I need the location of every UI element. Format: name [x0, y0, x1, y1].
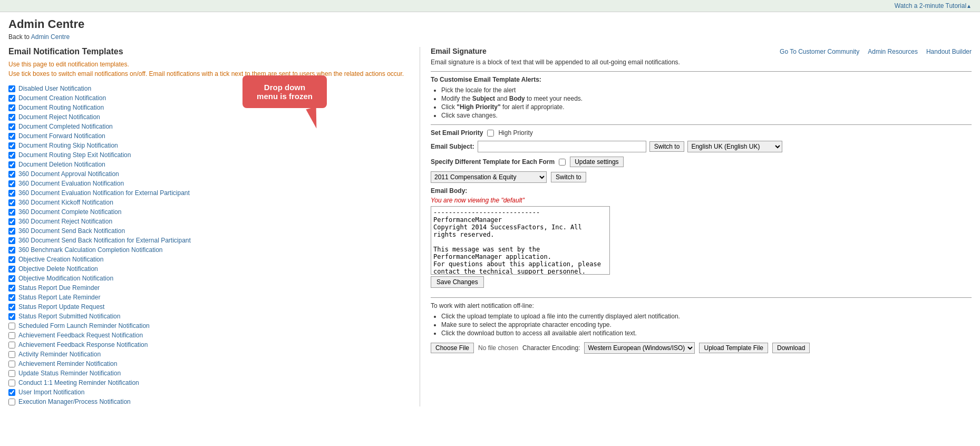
notification-link-18[interactable]: Objective Creation Notification [18, 256, 103, 263]
customer-community-link[interactable]: Go To Customer Community [780, 48, 859, 55]
notification-link-24[interactable]: Status Report Submitted Notification [18, 313, 120, 320]
notification-checkbox-0[interactable] [8, 85, 15, 92]
notification-item-16: 360 Document Send Back Notification for … [8, 236, 420, 245]
notification-link-19[interactable]: Objective Delete Notification [18, 265, 98, 273]
update-settings-button[interactable]: Update settings [570, 157, 623, 167]
admin-resources-link[interactable]: Admin Resources [868, 48, 918, 55]
upload-template-button[interactable]: Upload Template File [699, 343, 768, 353]
char-encoding-select[interactable]: Western European (Windows/ISO)UTF-8Unico… [584, 342, 695, 354]
save-changes-button[interactable]: Save Changes [431, 276, 484, 288]
notification-checkbox-22[interactable] [8, 294, 15, 301]
notification-checkbox-21[interactable] [8, 285, 15, 292]
offline-bullet-0: Click the upload template to upload a fi… [441, 313, 972, 320]
notification-link-16[interactable]: 360 Document Send Back Notification for … [18, 237, 191, 244]
notification-checkbox-17[interactable] [8, 247, 15, 254]
notification-link-32[interactable]: User Import Notification [18, 389, 84, 396]
notification-link-31[interactable]: Conduct 1:1 Meeting Reminder Notificatio… [18, 379, 139, 386]
notification-link-14[interactable]: 360 Document Reject Notification [18, 218, 112, 225]
notification-link-23[interactable]: Status Report Update Request [18, 303, 104, 311]
notification-link-3[interactable]: Document Reject Notification [18, 113, 100, 121]
notification-link-0[interactable]: Disabled User Notification [18, 85, 91, 92]
choose-file-button[interactable]: Choose File [431, 343, 474, 353]
notification-checkbox-14[interactable] [8, 218, 15, 225]
notification-link-33[interactable]: Execution Manager/Process Notification [18, 398, 131, 405]
notification-checkbox-15[interactable] [8, 228, 15, 235]
notification-checkbox-29[interactable] [8, 361, 15, 367]
notification-checkbox-20[interactable] [8, 275, 15, 282]
notification-link-1[interactable]: Document Creation Notification [18, 94, 106, 102]
notification-checkbox-3[interactable] [8, 114, 15, 121]
notification-link-28[interactable]: Activity Reminder Notification [18, 351, 101, 358]
notification-checkbox-28[interactable] [8, 351, 15, 358]
notification-checkbox-10[interactable] [8, 180, 15, 187]
email-body-textarea[interactable] [431, 206, 610, 275]
notification-checkbox-7[interactable] [8, 152, 15, 159]
notification-checkbox-24[interactable] [8, 313, 15, 320]
notification-link-15[interactable]: 360 Document Send Back Notification [18, 227, 125, 235]
breadcrumb-link[interactable]: Admin Centre [31, 33, 70, 41]
switch-to-button-2[interactable]: Switch to [551, 172, 586, 182]
instructions: Use this page to edit notification templ… [8, 60, 420, 79]
notification-link-21[interactable]: Status Report Due Reminder [18, 284, 100, 292]
notification-item-4: Document Completed Notification [8, 122, 420, 131]
notification-checkbox-2[interactable] [8, 104, 15, 111]
notification-checkbox-31[interactable] [8, 380, 15, 386]
notification-item-15: 360 Document Send Back Notification [8, 226, 420, 236]
notification-link-25[interactable]: Scheduled Form Launch Reminder Notificat… [18, 322, 150, 329]
tutorial-link[interactable]: Watch a 2-minute Tutorial [895, 2, 966, 9]
notification-link-20[interactable]: Objective Modification Notification [18, 275, 113, 282]
notification-item-22: Status Report Late Reminder [8, 293, 420, 302]
notification-link-7[interactable]: Document Routing Step Exit Notification [18, 151, 131, 159]
switch-to-button-1[interactable]: Switch to [649, 141, 685, 152]
notification-checkbox-5[interactable] [8, 133, 15, 140]
notification-link-30[interactable]: Update Status Reminder Notification [18, 370, 121, 377]
notification-checkbox-18[interactable] [8, 256, 15, 263]
notification-link-6[interactable]: Document Routing Skip Notification [18, 142, 118, 149]
notification-link-2[interactable]: Document Routing Notification [18, 104, 104, 111]
locale-select[interactable]: English UK (English UK)English US (Engli… [687, 141, 782, 152]
notification-checkbox-11[interactable] [8, 190, 15, 197]
notification-checkbox-26[interactable] [8, 332, 15, 339]
notification-checkbox-1[interactable] [8, 95, 15, 102]
notification-item-7: Document Routing Step Exit Notification [8, 150, 420, 160]
notification-checkbox-9[interactable] [8, 171, 15, 178]
right-panel: Email Signature Email signature is a blo… [420, 47, 972, 406]
notification-link-4[interactable]: Document Completed Notification [18, 123, 113, 130]
diff-template-checkbox[interactable] [559, 159, 566, 166]
notification-checkbox-33[interactable] [8, 399, 15, 405]
notification-link-8[interactable]: Document Deletion Notification [18, 161, 105, 168]
notification-link-11[interactable]: 360 Document Evaluation Notification for… [18, 189, 190, 197]
notification-checkbox-25[interactable] [8, 323, 15, 329]
notification-link-27[interactable]: Achievement Feedback Response Notificati… [18, 341, 148, 348]
notification-link-5[interactable]: Document Forward Notification [18, 132, 105, 140]
notification-checkbox-32[interactable] [8, 389, 15, 396]
notification-checkbox-6[interactable] [8, 142, 15, 149]
notification-link-26[interactable]: Achievement Feedback Request Notificatio… [18, 332, 143, 339]
form-dropdown-row: 2011 Compensation & Equity2012 Form2013 … [431, 171, 972, 183]
notification-checkbox-16[interactable] [8, 237, 15, 244]
customize-bullet-3: Click save changes. [441, 112, 972, 119]
notification-checkbox-12[interactable] [8, 199, 15, 206]
notification-link-17[interactable]: 360 Benchmark Calculation Completion Not… [18, 246, 162, 254]
email-subject-input[interactable] [478, 141, 646, 152]
notification-checkbox-19[interactable] [8, 266, 15, 273]
notification-checkbox-8[interactable] [8, 161, 15, 168]
download-button[interactable]: Download [772, 343, 810, 353]
notification-link-12[interactable]: 360 Document Kickoff Notification [18, 199, 113, 206]
notification-checkbox-13[interactable] [8, 209, 15, 216]
notification-link-22[interactable]: Status Report Late Reminder [18, 294, 100, 301]
notification-checkbox-23[interactable] [8, 304, 15, 311]
notification-link-9[interactable]: 360 Document Approval Notification [18, 170, 119, 178]
notification-checkbox-30[interactable] [8, 370, 15, 377]
high-priority-checkbox[interactable] [487, 130, 494, 137]
form-select[interactable]: 2011 Compensation & Equity2012 Form2013 … [431, 171, 547, 183]
notification-link-10[interactable]: 360 Document Evaluation Notification [18, 180, 124, 187]
notification-item-23: Status Report Update Request [8, 302, 420, 312]
notification-link-29[interactable]: Achievement Reminder Notification [18, 360, 117, 367]
handout-builder-link[interactable]: Handout Builder [926, 48, 972, 55]
notification-checkbox-27[interactable] [8, 342, 15, 348]
notification-link-13[interactable]: 360 Document Complete Notification [18, 208, 121, 216]
notification-checkbox-4[interactable] [8, 123, 15, 130]
notification-item-14: 360 Document Reject Notification [8, 217, 420, 226]
notification-item-2: Document Routing Notification [8, 103, 420, 112]
